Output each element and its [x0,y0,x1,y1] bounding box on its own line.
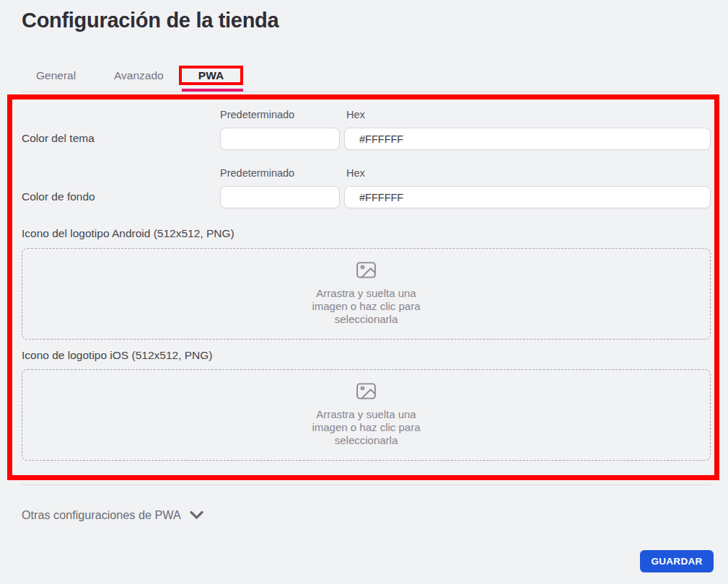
tab-pwa[interactable]: PWA [198,69,224,82]
background-default-input[interactable] [220,186,340,208]
background-default-label: Predeterminado [220,167,294,179]
dropzone-instruction: Arrastra y suelta una imagen o haz clic … [305,287,428,325]
android-icon-heading: Icono del logotipo Android (512x512, PNG… [22,227,234,240]
tab-general[interactable]: General [36,69,76,82]
theme-color-label: Color del tema [22,132,95,145]
theme-default-input[interactable] [220,128,340,150]
dropzone-instruction: Arrastra y suelta una imagen o haz clic … [305,408,428,446]
tab-avanzado[interactable]: Avanzado [114,69,164,82]
ios-icon-heading: Icono de logotipo iOS (512x512, PNG) [22,349,213,362]
page-title: Configuración de la tienda [22,9,279,32]
ios-icon-dropzone[interactable]: Arrastra y suelta una imagen o haz clic … [22,369,711,461]
save-button[interactable]: GUARDAR [640,550,714,572]
android-icon-dropzone[interactable]: Arrastra y suelta una imagen o haz clic … [22,248,711,340]
other-pwa-settings-toggle[interactable]: Otras configuraciones de PWA [22,508,203,522]
background-hex-label: Hex [346,167,365,179]
theme-default-label: Predeterminado [220,109,294,120]
background-hex-input[interactable] [344,186,711,208]
tabs-divider [22,92,711,92]
chevron-down-icon [190,510,203,520]
store-settings-page: Configuración de la tienda General Avanz… [0,0,728,584]
footer-divider [22,485,711,485]
theme-hex-label: Hex [346,109,365,120]
theme-hex-input[interactable] [344,128,711,150]
background-color-label: Color de fondo [22,190,95,203]
image-icon [356,383,376,402]
pwa-tab-annotation-box: PWA [179,66,243,85]
other-pwa-settings-label: Otras configuraciones de PWA [22,508,181,522]
image-icon [356,262,376,281]
